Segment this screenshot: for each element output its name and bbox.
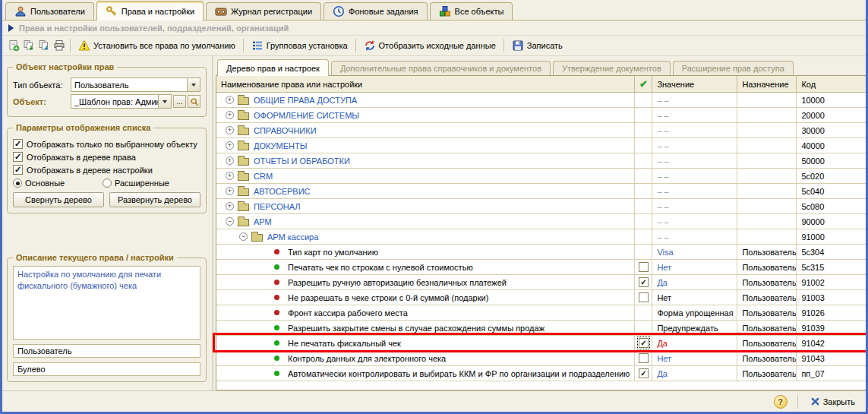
tab-jobs[interactable]: Фоновые задания (324, 2, 427, 20)
toolbar-copy1-button[interactable] (21, 38, 36, 53)
toolbar-save-button[interactable]: Записать (507, 37, 567, 54)
expand-tree-button[interactable]: Развернуть дерево (109, 192, 200, 207)
value-cell[interactable]: – – (652, 123, 737, 137)
green-bullet-icon (274, 356, 279, 361)
value-checkbox[interactable] (639, 292, 649, 302)
tree-folder-row[interactable]: +ДОКУМЕНТЫ– –40000 (216, 138, 868, 153)
value-cell[interactable]: – – (652, 229, 737, 244)
tab-objects[interactable]: Все объекты (430, 2, 513, 20)
object-dropdown-button[interactable] (158, 95, 171, 108)
value-checkbox[interactable]: ✓ (639, 338, 649, 348)
expand-icon[interactable]: + (226, 156, 234, 165)
value-cell[interactable]: Нет (652, 351, 737, 365)
check-cell (635, 260, 652, 274)
value-cell[interactable]: – – (652, 199, 737, 213)
expand-icon[interactable]: + (226, 111, 234, 119)
object-more-button[interactable]: ... (173, 95, 186, 108)
tree-setting-row[interactable]: Не печатать фискальный чек✓ДаПользовател… (216, 336, 868, 351)
tree-setting-row[interactable]: Не разрешать в чеке строки с 0-й суммой … (216, 290, 868, 305)
column-header-value[interactable]: Значение (652, 76, 737, 92)
radio-icon[interactable] (13, 179, 22, 188)
tree-setting-row[interactable]: Контроль данных для электронного чекаНет… (216, 351, 868, 366)
expand-icon[interactable]: + (226, 202, 234, 210)
checkbox[interactable]: ✓ (13, 165, 23, 175)
value-cell[interactable]: Да (652, 336, 737, 350)
tree-folder-row[interactable]: +ОТЧЕТЫ И ОБРАБОТКИ– –50000 (216, 153, 868, 169)
column-header-code[interactable]: Код (797, 76, 868, 92)
tree-setting-row[interactable]: Печатать чек по строкам с нулевой стоимо… (216, 260, 868, 275)
tree-folder-row[interactable]: +ПЕРСОНАЛ– –5c080 (216, 199, 868, 214)
value-cell[interactable]: – – (652, 93, 737, 107)
tab-journal[interactable]: Журнал регистрации (206, 2, 321, 20)
display-option-2[interactable]: ✓Отображать в дереве настройки (13, 165, 200, 175)
checkbox[interactable]: ✓ (13, 152, 23, 162)
expand-icon[interactable]: + (226, 187, 234, 195)
tree-setting-row[interactable]: Разрешить закрытие смены в случае расхож… (216, 321, 868, 336)
toolbar-show-source-button[interactable]: Отобразить исходные данные (359, 37, 500, 54)
tree-folder-row[interactable]: +CRM– –5c020 (216, 169, 868, 184)
value-cell[interactable]: Форма упрощенная (652, 305, 737, 320)
value-cell[interactable]: – – (652, 184, 737, 198)
tab-rights[interactable]: Права и настройки (96, 1, 204, 21)
column-header-check[interactable]: ✔ (635, 76, 652, 92)
value-checkbox[interactable] (639, 262, 649, 272)
toolbar-group-set-button[interactable]: Групповая установка (247, 37, 352, 54)
tree-folder-row[interactable]: +АВТОСЕРВИС– –5c040 (216, 184, 868, 199)
mode-radio-1[interactable]: Расширенные (103, 179, 192, 188)
value-cell[interactable]: – – (652, 169, 737, 183)
collapse-tree-button[interactable]: Свернуть дерево (13, 192, 104, 207)
tree-setting-row[interactable]: Фронт кассира рабочего местаФорма упроще… (216, 305, 868, 321)
tree-folder-row[interactable]: +СПРАВОЧНИКИ– –30000 (216, 123, 868, 138)
rights-tab-approval[interactable]: Утверждение документов (553, 61, 671, 75)
tree-setting-row[interactable]: Автоматически контролировать и выбирать … (216, 366, 868, 381)
object-type-select[interactable]: Пользователь (71, 77, 200, 92)
collapse-icon[interactable]: − (226, 217, 234, 226)
tab-users[interactable]: Пользователи (5, 2, 94, 20)
value-cell[interactable]: Да (652, 366, 737, 381)
expand-icon[interactable]: + (226, 126, 234, 134)
toolbar-add-button[interactable] (6, 38, 21, 53)
tree-setting-row[interactable]: Тип карт по умолчаниюVisaПользователь5c3… (216, 245, 868, 260)
tree-folder-row[interactable]: +ОБЩИЕ ПРАВА ДОСТУПА– –10000 (216, 93, 868, 108)
tree-folder-row[interactable]: +ОФОРМЛЕНИЕ СИСТЕМЫ– –20000 (216, 108, 868, 123)
value-cell[interactable]: Да (652, 275, 737, 289)
object-search-button[interactable] (188, 95, 200, 108)
column-header-assign[interactable]: Назначение (737, 76, 797, 92)
value-checkbox[interactable] (639, 353, 649, 363)
tree-folder-row[interactable]: −АРМ– –90000 (216, 214, 868, 229)
expand-icon[interactable]: + (226, 172, 234, 180)
toolbar-set-defaults-button[interactable]: Установить все права по умолчанию (74, 37, 240, 54)
rights-tab-extension[interactable]: Расширение прав доступа (673, 61, 794, 75)
value-cell[interactable]: – – (652, 108, 737, 122)
mode-radio-0[interactable]: Основные (13, 179, 103, 188)
value-cell[interactable]: – – (652, 214, 737, 229)
tree-setting-row[interactable]: Разрешить ручную авторизацию безналичных… (216, 275, 868, 290)
display-option-0[interactable]: ✓Отображать только по выбранному объекту (13, 139, 200, 149)
value-cell[interactable]: – – (652, 153, 737, 168)
close-button[interactable]: Закрыть (808, 396, 858, 408)
check-cell (635, 214, 652, 229)
expand-icon[interactable]: + (226, 141, 234, 150)
value-cell[interactable]: Нет (652, 290, 737, 305)
value-checkbox[interactable]: ✓ (639, 277, 649, 287)
toolbar-print-button[interactable] (52, 38, 67, 53)
help-button[interactable]: ? (774, 395, 788, 409)
expand-icon[interactable]: + (226, 96, 234, 104)
rights-tab-additional[interactable]: Дополнительные права справочников и доку… (331, 61, 551, 75)
toolbar-copy2-button[interactable] (36, 38, 52, 53)
value-cell[interactable]: – – (652, 138, 737, 153)
rights-tab-tree[interactable]: Дерево прав и настроек (217, 59, 329, 76)
value-checkbox[interactable]: ✓ (639, 368, 649, 378)
tree-folder-row[interactable]: −АРМ кассира– –91000 (216, 229, 868, 245)
radio-icon[interactable] (103, 179, 112, 188)
display-option-1[interactable]: ✓Отображать в дереве права (13, 152, 200, 162)
value-cell[interactable]: Нет (652, 260, 737, 274)
value-cell[interactable]: Предупреждать (652, 321, 737, 335)
left-panel: Объект настройки прав Тип объекта: Польз… (2, 56, 213, 390)
value-cell[interactable]: Visa (652, 245, 737, 259)
collapse-icon[interactable]: − (239, 232, 248, 241)
column-header-name[interactable]: Наименование права или настройки (216, 76, 635, 92)
checkbox[interactable]: ✓ (13, 139, 23, 149)
object-type-dropdown-button[interactable] (187, 78, 200, 91)
object-select[interactable]: _Шаблон прав: Администр (71, 94, 172, 109)
